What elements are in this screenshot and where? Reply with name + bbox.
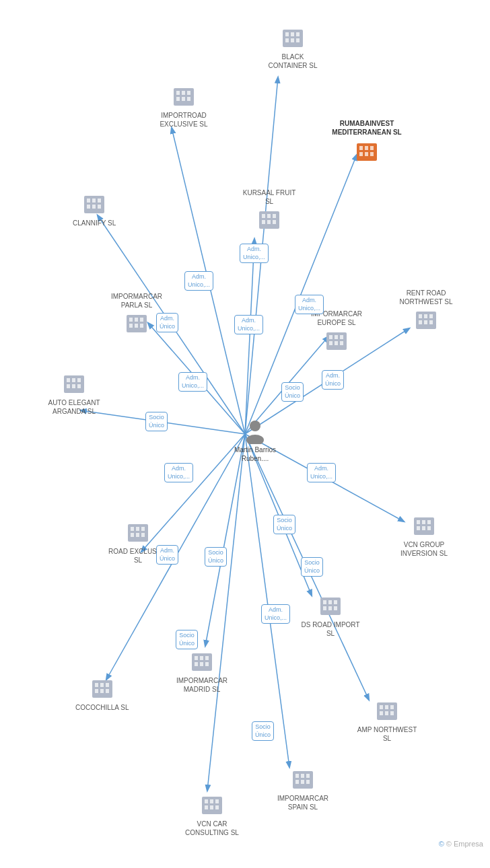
svg-rect-36 [370,146,374,150]
center-person[interactable]: Martin Barrios Ruben.... [225,417,285,463]
badge-auto-1[interactable]: SocioÚnico [145,412,168,431]
node-clannify[interactable]: CLANNIFY SL [73,192,116,227]
svg-rect-97 [323,600,326,604]
svg-line-4 [245,239,254,434]
svg-rect-74 [429,320,433,324]
label-rumabainvest-top: RUMABAINVEST MEDITERRANEAN SL [330,119,404,137]
svg-rect-95 [427,526,431,530]
badge-impormarcar-madrid-1[interactable]: SocioÚnico [205,547,227,567]
svg-rect-72 [419,320,422,324]
center-label: Martin Barrios Ruben.... [225,445,285,463]
badge-road-2[interactable]: Adm.Unico,... [164,463,193,482]
svg-rect-71 [429,314,433,318]
badge-europe-3[interactable]: Adm.Único [322,370,344,390]
svg-rect-80 [72,384,75,388]
svg-rect-73 [424,320,427,324]
svg-rect-121 [380,711,383,715]
label-ds-road: DS ROAD IMPORT SL [300,620,361,638]
svg-rect-115 [100,689,104,693]
svg-rect-93 [417,526,420,530]
svg-rect-122 [385,711,388,715]
node-rent-road[interactable]: RENT ROAD NORTHWEST SL [396,287,456,333]
node-importroad[interactable]: IMPORTROAD EXCLUSIVE SL [153,84,214,129]
svg-rect-50 [273,214,276,218]
svg-line-16 [207,434,245,791]
badge-kursaal-1[interactable]: Adm.Unico,... [240,244,269,263]
svg-rect-70 [424,314,427,318]
svg-rect-22 [296,32,300,36]
svg-rect-79 [67,384,70,388]
svg-rect-81 [77,384,81,388]
svg-rect-46 [98,205,101,209]
svg-rect-114 [95,689,98,693]
svg-rect-118 [380,705,383,709]
node-vcn-car[interactable]: VCN CAR CONSULTING SL [182,793,242,837]
node-ds-road[interactable]: DS ROAD IMPORT SL [300,593,361,638]
svg-rect-56 [135,318,138,322]
node-kursaal[interactable]: KURSAAL FRUIT SL [239,187,300,233]
node-auto-elegant[interactable]: AUTO ELEGANT ARGANDA SL [44,371,104,416]
badge-parla-2[interactable]: Adm.Unico,... [178,372,207,392]
svg-rect-66 [335,341,338,345]
svg-rect-63 [335,335,338,339]
svg-rect-31 [182,97,185,101]
svg-rect-86 [131,533,134,537]
label-clannify: CLANNIFY SL [73,219,116,227]
node-rumabainvest[interactable]: RUMABAINVEST MEDITERRANEAN SL [330,118,404,165]
badge-ds-3[interactable]: SocioÚnico [301,557,323,577]
svg-rect-39 [370,152,374,156]
svg-rect-29 [187,91,190,95]
svg-rect-84 [136,527,139,531]
badge-ds-1[interactable]: Adm.Unico,... [261,604,290,624]
badge-europe-2[interactable]: SocioÚnico [281,382,304,402]
svg-rect-69 [419,314,422,318]
svg-rect-38 [365,152,368,156]
svg-rect-87 [136,533,139,537]
node-cocochilla[interactable]: COCOCHILLA SL [75,676,129,712]
svg-rect-32 [187,97,190,101]
label-black-container: BLACK CONTAINER SL [262,52,323,70]
badge-vcn-1[interactable]: Adm.Unico,... [307,463,336,482]
svg-line-12 [205,434,245,646]
svg-rect-107 [195,662,198,666]
badge-impormarcar-madrid-2[interactable]: SocioÚnico [176,630,198,649]
node-black-container[interactable]: BLACK CONTAINER SL [262,26,323,70]
badge-impormarcar-spain-1[interactable]: SocioÚnico [252,721,274,741]
svg-rect-98 [328,600,332,604]
svg-rect-53 [273,220,276,224]
svg-rect-30 [176,97,180,101]
svg-point-18 [246,435,264,444]
svg-rect-57 [140,318,143,322]
badge-kursaal-2[interactable]: Adm.Unico,... [184,271,213,291]
badge-europe-1[interactable]: Adm.Unico,... [295,295,324,314]
svg-rect-43 [98,198,101,203]
label-impormarcar-madrid: IMPORMARCAR MADRID SL [172,676,232,694]
svg-rect-24 [291,38,294,42]
node-impormarcar-europe[interactable]: IMPORMARCAR EUROPE SL [306,308,367,354]
label-kursaal-top: KURSAAL FRUIT SL [239,188,300,206]
watermark-text: © Empresa [446,840,483,848]
node-amp-northwest[interactable]: AMP NORTHWEST SL [357,698,417,743]
node-impormarcar-madrid[interactable]: IMPORMARCAR MADRID SL [172,649,232,694]
badge-road-1[interactable]: Adm.Único [156,545,178,565]
svg-rect-83 [131,527,134,531]
svg-rect-42 [92,198,96,203]
label-cocochilla: COCOCHILLA SL [75,703,129,712]
svg-rect-27 [176,91,180,95]
badge-ds-2[interactable]: SocioÚnico [273,515,295,534]
svg-rect-136 [210,805,213,809]
svg-rect-100 [323,606,326,610]
svg-rect-55 [129,318,133,322]
svg-rect-99 [334,600,337,604]
badge-kursaal-3[interactable]: Adm.Unico,... [234,315,263,334]
svg-rect-65 [329,341,332,345]
person-icon [242,417,269,444]
svg-rect-64 [340,335,343,339]
svg-rect-49 [267,214,271,218]
node-impormarcar-spain[interactable]: IMPORMARCAR SPAIN SL [273,767,333,811]
badge-parla-1[interactable]: Adm.Único [156,313,178,332]
svg-rect-25 [296,38,300,42]
svg-rect-119 [385,705,388,709]
node-vcn-group[interactable]: VCN GROUP INVERSION SL [394,513,454,558]
svg-rect-128 [295,780,299,784]
